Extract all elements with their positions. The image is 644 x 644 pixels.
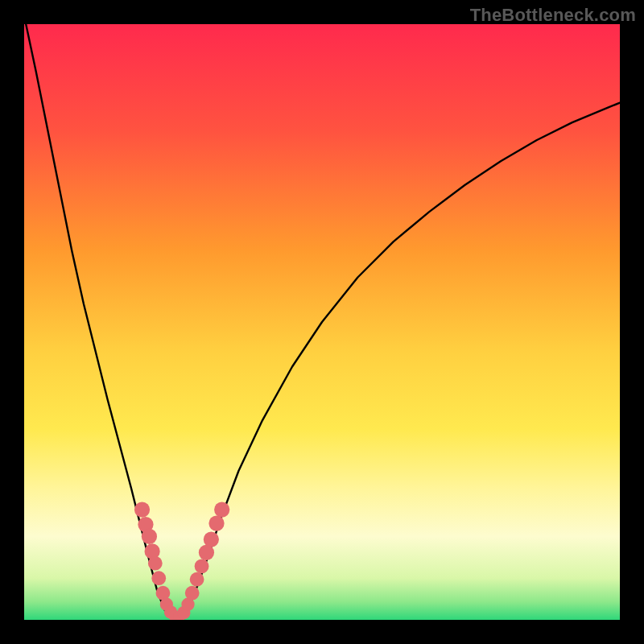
marker-dot xyxy=(185,586,200,601)
watermark-text: TheBottleneck.com xyxy=(470,5,636,26)
marker-dot xyxy=(148,556,163,571)
marker-dot xyxy=(142,529,157,544)
marker-dot xyxy=(134,502,150,517)
marker-dot xyxy=(204,531,219,547)
marker-dot xyxy=(195,559,209,574)
marker-dot xyxy=(151,571,166,585)
marker-dot xyxy=(190,572,204,587)
bottleneck-chart xyxy=(24,24,620,620)
marker-dot xyxy=(208,516,224,531)
marker-dot xyxy=(214,502,229,517)
chart-frame xyxy=(24,24,620,620)
